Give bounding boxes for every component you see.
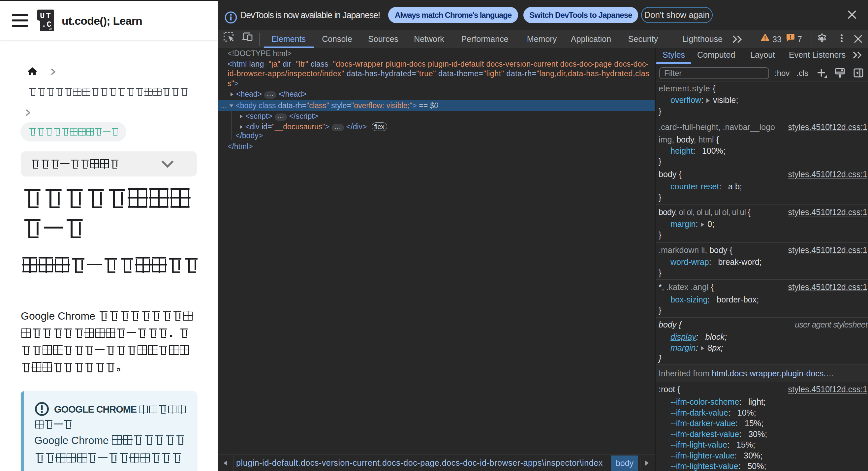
svg-text:.C: .C	[41, 20, 52, 29]
svg-text:UT: UT	[40, 11, 52, 21]
